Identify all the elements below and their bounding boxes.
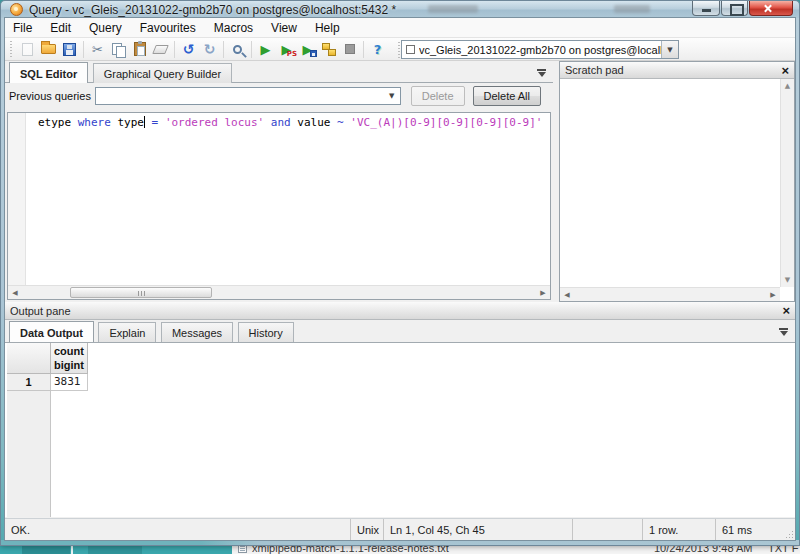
menu-bar: File Edit Query Favourites Macros View H… xyxy=(5,18,795,38)
menu-macros[interactable]: Macros xyxy=(205,19,262,37)
menu-view[interactable]: View xyxy=(262,19,306,37)
scroll-right-icon[interactable]: ▶ xyxy=(536,286,550,299)
scratch-pad-panel: Scratch pad × ▲ ▼ ◀ ▶ xyxy=(559,61,795,302)
connection-checkbox[interactable] xyxy=(406,45,415,54)
scratch-horizontal-scrollbar[interactable]: ◀ ▶ xyxy=(560,287,780,301)
toolbar-separator xyxy=(363,41,364,58)
help-icon[interactable]: ? xyxy=(367,39,388,59)
scroll-down-icon[interactable]: ▼ xyxy=(781,273,794,287)
panel-menu-icon[interactable] xyxy=(779,328,788,336)
tab-messages[interactable]: Messages xyxy=(161,322,233,342)
close-icon[interactable]: × xyxy=(782,305,790,316)
cursor-position: Ln 1, Col 45, Ch 45 xyxy=(383,519,572,540)
query-window: Query - vc_Gleis_20131022-gmb2b70 on pos… xyxy=(0,0,800,546)
scroll-left-icon[interactable]: ◀ xyxy=(8,286,22,299)
corner-header-cell xyxy=(7,343,51,374)
tab-history[interactable]: History xyxy=(238,322,294,342)
chevron-down-icon[interactable]: ▼ xyxy=(384,88,400,104)
save-icon[interactable] xyxy=(59,39,80,59)
toolbar-separator xyxy=(223,41,224,58)
toolbar-grip[interactable] xyxy=(9,41,14,57)
status-spacer xyxy=(572,519,642,540)
window-border xyxy=(0,540,800,546)
close-button[interactable] xyxy=(749,1,793,16)
output-tab-bar: Data Output Explain Messages History xyxy=(5,320,795,343)
previous-queries-combo[interactable]: ▼ xyxy=(95,87,401,105)
output-pane-title: Output pane xyxy=(10,305,71,317)
new-file-icon[interactable] xyxy=(17,39,38,59)
paste-icon[interactable] xyxy=(129,39,150,59)
query-window-icon xyxy=(10,3,23,16)
scratch-pad-title: Scratch pad xyxy=(565,64,624,76)
tab-sql-editor[interactable]: SQL Editor xyxy=(9,62,88,83)
redo-icon[interactable]: ↻ xyxy=(199,39,220,59)
find-icon[interactable] xyxy=(227,39,248,59)
resize-grip[interactable] xyxy=(792,537,793,538)
previous-queries-label: Previous queries xyxy=(9,90,91,102)
sql-editor[interactable]: etype where type = 'ordered locus' and v… xyxy=(7,112,551,300)
panel-menu-icon[interactable] xyxy=(537,69,546,77)
tab-data-output[interactable]: Data Output xyxy=(9,321,94,342)
grid-header-row: count bigint xyxy=(7,343,88,374)
window-title: Query - vc_Gleis_20131022-gmb2b70 on pos… xyxy=(29,3,396,17)
title-bar: Query - vc_Gleis_20131022-gmb2b70 on pos… xyxy=(0,0,800,18)
connection-combo[interactable]: vc_Gleis_20131022-gmb2b70 on postgres@lo… xyxy=(401,40,679,59)
menu-help[interactable]: Help xyxy=(306,19,349,37)
execute-pgscript-icon[interactable]: ▶PS xyxy=(276,39,297,59)
connection-label: vc_Gleis_20131022-gmb2b70 on postgres@lo… xyxy=(419,44,661,56)
blurred-background-text xyxy=(428,5,478,13)
execute-query-icon[interactable]: ▶ xyxy=(255,39,276,59)
output-pane: Output pane × Data Output Explain Messag… xyxy=(5,302,795,518)
scratch-vertical-scrollbar[interactable]: ▲ ▼ xyxy=(780,79,794,287)
undo-icon[interactable]: ↺ xyxy=(178,39,199,59)
output-pane-header: Output pane × xyxy=(5,302,795,320)
toolbar-separator xyxy=(251,41,252,58)
scroll-right-icon[interactable]: ▶ xyxy=(766,288,780,301)
delete-button[interactable]: Delete xyxy=(411,86,465,106)
chevron-down-icon[interactable]: ▼ xyxy=(661,41,678,58)
execute-to-file-icon[interactable]: ▶ xyxy=(297,39,318,59)
row-count: 1 row. xyxy=(642,519,715,540)
eol-format: Unix xyxy=(350,519,383,540)
toolbar-separator xyxy=(83,41,84,58)
editor-tab-bar: SQL Editor Graphical Query Builder xyxy=(5,61,553,83)
sql-line[interactable]: etype where type = 'ordered locus' and v… xyxy=(27,115,550,130)
window-border xyxy=(795,18,800,540)
clear-edit-window-icon[interactable] xyxy=(150,39,171,59)
tab-graphical-query-builder[interactable]: Graphical Query Builder xyxy=(93,63,232,83)
scrollbar-thumb[interactable] xyxy=(70,287,212,298)
menu-file[interactable]: File xyxy=(5,19,41,37)
tab-explain[interactable]: Explain xyxy=(98,322,156,342)
menu-query[interactable]: Query xyxy=(80,19,131,37)
status-bar: OK. Unix Ln 1, Col 45, Ch 45 1 row. 61 m… xyxy=(5,518,795,540)
row-number-cell[interactable]: 1 xyxy=(7,374,51,391)
copy-icon[interactable] xyxy=(108,39,129,59)
minimize-button[interactable] xyxy=(692,1,720,16)
sql-editor-panel: SQL Editor Graphical Query Builder Previ… xyxy=(5,61,553,302)
table-row: 1 3831 xyxy=(7,374,88,391)
toolbar-separator xyxy=(174,41,175,58)
scroll-left-icon[interactable]: ◀ xyxy=(560,288,574,301)
maximize-button[interactable] xyxy=(721,1,748,16)
count-value-cell[interactable]: 3831 xyxy=(51,374,88,391)
scratch-pad-header: Scratch pad × xyxy=(560,62,794,79)
explain-query-icon[interactable] xyxy=(318,39,339,59)
column-header-count[interactable]: count bigint xyxy=(51,343,88,374)
status-message: OK. xyxy=(5,519,350,540)
open-file-icon[interactable] xyxy=(38,39,59,59)
scroll-up-icon[interactable]: ▲ xyxy=(781,79,794,93)
delete-all-button[interactable]: Delete All xyxy=(473,86,541,106)
menu-edit[interactable]: Edit xyxy=(41,19,80,37)
blurred-background-text xyxy=(614,5,650,13)
query-time: 61 ms xyxy=(715,519,795,540)
menu-favourites[interactable]: Favourites xyxy=(131,19,205,37)
close-icon[interactable]: × xyxy=(781,65,789,76)
editor-horizontal-scrollbar[interactable]: ◀ ▶ xyxy=(8,285,550,299)
cut-icon[interactable]: ✂ xyxy=(87,39,108,59)
editor-gutter xyxy=(8,113,26,285)
data-output-grid: count bigint 1 3831 xyxy=(5,343,795,517)
scratch-pad-text-area[interactable] xyxy=(560,79,780,287)
toolbar: ✂ ↺ ↻ ▶ ▶PS ▶ ? vc_Gleis_20131022-gmb2b7… xyxy=(5,38,795,61)
stop-icon[interactable] xyxy=(339,39,360,59)
